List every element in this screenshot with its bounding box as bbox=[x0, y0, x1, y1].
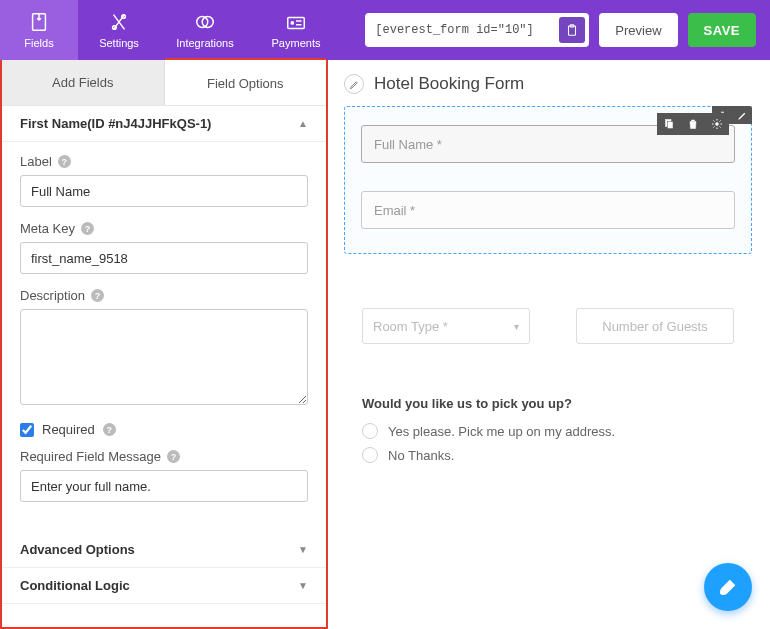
nav-integrations[interactable]: Integrations bbox=[160, 0, 250, 60]
numguests-label: Number of Guests bbox=[602, 319, 708, 334]
nav-payments-label: Payments bbox=[272, 37, 321, 49]
top-bar: Fields Settings Integrations Payments Pr… bbox=[0, 0, 770, 60]
trash-icon bbox=[687, 118, 699, 130]
nav-settings[interactable]: Settings bbox=[78, 0, 160, 60]
svg-point-6 bbox=[291, 22, 293, 24]
gear-icon bbox=[711, 118, 723, 130]
field-actions bbox=[657, 113, 729, 135]
shortcode-input[interactable] bbox=[375, 23, 559, 37]
required-msg-label: Required Field Message bbox=[20, 449, 161, 464]
pickup-option-yes[interactable]: Yes please. Pick me up on my address. bbox=[362, 423, 734, 439]
email-preview-input[interactable] bbox=[361, 191, 735, 229]
clipboard-icon bbox=[565, 23, 579, 37]
brush-icon bbox=[717, 576, 739, 598]
nav-integrations-label: Integrations bbox=[176, 37, 233, 49]
help-icon[interactable]: ? bbox=[103, 423, 116, 436]
metakey-input[interactable] bbox=[20, 242, 308, 274]
top-right: Preview SAVE bbox=[365, 13, 770, 47]
accordion-conditional-label: Conditional Logic bbox=[20, 578, 130, 593]
radio-icon bbox=[362, 423, 378, 439]
main: Add Fields Field Options First Name(ID #… bbox=[0, 60, 770, 629]
accordion-advanced[interactable]: Advanced Options ▼ bbox=[2, 532, 326, 568]
preview-button[interactable]: Preview bbox=[599, 13, 677, 47]
metakey-label: Meta Key bbox=[20, 221, 75, 236]
pickup-question: Would you like us to pick you up? Yes pl… bbox=[344, 396, 752, 463]
tab-add-fields[interactable]: Add Fields bbox=[2, 60, 165, 105]
field-header-title: First Name(ID #nJ4JJHFkQS-1) bbox=[20, 116, 211, 131]
form-title: Hotel Booking Form bbox=[374, 74, 524, 94]
field-header[interactable]: First Name(ID #nJ4JJHFkQS-1) ▲ bbox=[2, 106, 326, 142]
pickup-question-label: Would you like us to pick you up? bbox=[362, 396, 734, 411]
help-icon[interactable]: ? bbox=[81, 222, 94, 235]
accordion-conditional[interactable]: Conditional Logic ▼ bbox=[2, 568, 326, 604]
roomtype-select[interactable]: Room Type * ▾ bbox=[362, 308, 530, 344]
top-nav: Fields Settings Integrations Payments bbox=[0, 0, 342, 60]
nav-settings-label: Settings bbox=[99, 37, 139, 49]
save-button[interactable]: SAVE bbox=[688, 13, 756, 47]
required-label: Required bbox=[42, 422, 95, 437]
field-settings-button[interactable] bbox=[705, 113, 729, 135]
help-icon[interactable]: ? bbox=[58, 155, 71, 168]
pencil-icon bbox=[349, 79, 360, 90]
caret-down-icon: ▼ bbox=[298, 544, 308, 555]
svg-rect-10 bbox=[668, 122, 674, 129]
pickup-option-no[interactable]: No Thanks. bbox=[362, 447, 734, 463]
pickup-option-yes-label: Yes please. Pick me up on my address. bbox=[388, 424, 615, 439]
fab-button[interactable] bbox=[704, 563, 752, 611]
description-label: Description bbox=[20, 288, 85, 303]
pencil-icon bbox=[737, 110, 748, 121]
numguests-field[interactable]: Number of Guests bbox=[576, 308, 734, 344]
required-msg-input[interactable] bbox=[20, 470, 308, 502]
accordion-advanced-label: Advanced Options bbox=[20, 542, 135, 557]
preview-field-email[interactable] bbox=[361, 191, 735, 229]
form-preview: Hotel Booking Form Room Type * bbox=[328, 60, 770, 629]
roomtype-label: Room Type * bbox=[373, 319, 448, 334]
nav-fields[interactable]: Fields bbox=[0, 0, 78, 60]
integrations-icon bbox=[194, 11, 216, 33]
selected-row[interactable] bbox=[344, 106, 752, 254]
required-checkbox[interactable] bbox=[20, 423, 34, 437]
settings-icon bbox=[108, 11, 130, 33]
preview-field-fullname[interactable] bbox=[361, 125, 735, 163]
left-panel: Add Fields Field Options First Name(ID #… bbox=[0, 60, 328, 629]
description-textarea[interactable] bbox=[20, 309, 308, 405]
svg-rect-5 bbox=[288, 17, 305, 28]
caret-down-icon: ▼ bbox=[298, 580, 308, 591]
pickup-option-no-label: No Thanks. bbox=[388, 448, 454, 463]
copy-icon bbox=[663, 118, 675, 130]
label-input[interactable] bbox=[20, 175, 308, 207]
row-edit-button[interactable] bbox=[732, 106, 752, 124]
shortcode-box bbox=[365, 13, 589, 47]
field-options-content: Label? Meta Key? Description? Required ? bbox=[2, 142, 326, 532]
chevron-down-icon: ▾ bbox=[514, 321, 519, 332]
help-icon[interactable]: ? bbox=[91, 289, 104, 302]
fields-icon bbox=[28, 11, 50, 33]
row-2: Room Type * ▾ Number of Guests bbox=[344, 308, 752, 344]
tabs: Add Fields Field Options bbox=[2, 60, 326, 106]
radio-icon bbox=[362, 447, 378, 463]
left-body: First Name(ID #nJ4JJHFkQS-1) ▲ Label? Me… bbox=[2, 106, 326, 627]
help-icon[interactable]: ? bbox=[167, 450, 180, 463]
nav-fields-label: Fields bbox=[24, 37, 53, 49]
copy-button[interactable] bbox=[559, 17, 585, 43]
field-duplicate-button[interactable] bbox=[657, 113, 681, 135]
edit-title-button[interactable] bbox=[344, 74, 364, 94]
tab-field-options[interactable]: Field Options bbox=[165, 58, 327, 105]
label-label: Label bbox=[20, 154, 52, 169]
svg-point-11 bbox=[716, 123, 719, 126]
nav-payments[interactable]: Payments bbox=[250, 0, 342, 60]
field-delete-button[interactable] bbox=[681, 113, 705, 135]
caret-up-icon: ▲ bbox=[298, 118, 308, 129]
payments-icon bbox=[285, 11, 307, 33]
